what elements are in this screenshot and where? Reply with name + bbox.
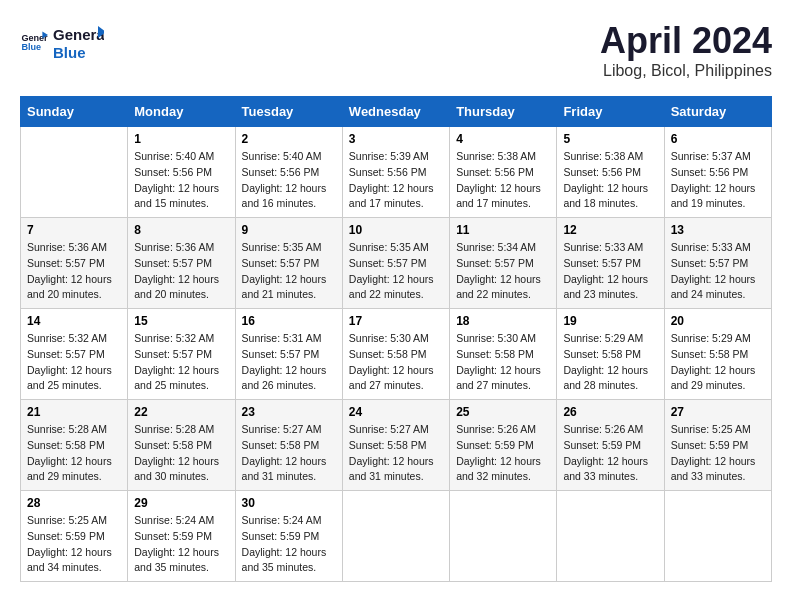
day-info: Sunrise: 5:40 AMSunset: 5:56 PMDaylight:… [134,149,228,212]
day-info: Sunrise: 5:38 AMSunset: 5:56 PMDaylight:… [563,149,657,212]
day-info: Sunrise: 5:32 AMSunset: 5:57 PMDaylight:… [27,331,121,394]
day-number: 6 [671,132,765,146]
day-header-monday: Monday [128,97,235,127]
day-cell [21,127,128,218]
day-info: Sunrise: 5:29 AMSunset: 5:58 PMDaylight:… [563,331,657,394]
day-cell: 26Sunrise: 5:26 AMSunset: 5:59 PMDayligh… [557,400,664,491]
day-header-thursday: Thursday [450,97,557,127]
day-header-tuesday: Tuesday [235,97,342,127]
day-number: 5 [563,132,657,146]
day-info: Sunrise: 5:36 AMSunset: 5:57 PMDaylight:… [134,240,228,303]
calendar-header-row: SundayMondayTuesdayWednesdayThursdayFrid… [21,97,772,127]
day-cell: 19Sunrise: 5:29 AMSunset: 5:58 PMDayligh… [557,309,664,400]
day-cell: 4Sunrise: 5:38 AMSunset: 5:56 PMDaylight… [450,127,557,218]
day-cell: 6Sunrise: 5:37 AMSunset: 5:56 PMDaylight… [664,127,771,218]
day-cell [664,491,771,582]
day-cell: 15Sunrise: 5:32 AMSunset: 5:57 PMDayligh… [128,309,235,400]
day-info: Sunrise: 5:35 AMSunset: 5:57 PMDaylight:… [242,240,336,303]
day-info: Sunrise: 5:28 AMSunset: 5:58 PMDaylight:… [27,422,121,485]
day-cell: 28Sunrise: 5:25 AMSunset: 5:59 PMDayligh… [21,491,128,582]
day-cell: 13Sunrise: 5:33 AMSunset: 5:57 PMDayligh… [664,218,771,309]
week-row-3: 14Sunrise: 5:32 AMSunset: 5:57 PMDayligh… [21,309,772,400]
day-info: Sunrise: 5:39 AMSunset: 5:56 PMDaylight:… [349,149,443,212]
day-info: Sunrise: 5:24 AMSunset: 5:59 PMDaylight:… [242,513,336,576]
day-info: Sunrise: 5:34 AMSunset: 5:57 PMDaylight:… [456,240,550,303]
day-cell: 27Sunrise: 5:25 AMSunset: 5:59 PMDayligh… [664,400,771,491]
day-cell: 9Sunrise: 5:35 AMSunset: 5:57 PMDaylight… [235,218,342,309]
day-cell: 25Sunrise: 5:26 AMSunset: 5:59 PMDayligh… [450,400,557,491]
day-info: Sunrise: 5:27 AMSunset: 5:58 PMDaylight:… [242,422,336,485]
day-number: 27 [671,405,765,419]
day-cell: 3Sunrise: 5:39 AMSunset: 5:56 PMDaylight… [342,127,449,218]
day-cell: 20Sunrise: 5:29 AMSunset: 5:58 PMDayligh… [664,309,771,400]
calendar-table: SundayMondayTuesdayWednesdayThursdayFrid… [20,96,772,582]
day-cell: 18Sunrise: 5:30 AMSunset: 5:58 PMDayligh… [450,309,557,400]
svg-text:Blue: Blue [53,44,86,61]
day-info: Sunrise: 5:31 AMSunset: 5:57 PMDaylight:… [242,331,336,394]
day-number: 23 [242,405,336,419]
day-info: Sunrise: 5:40 AMSunset: 5:56 PMDaylight:… [242,149,336,212]
logo: General Blue General Blue [20,20,104,64]
day-cell: 24Sunrise: 5:27 AMSunset: 5:58 PMDayligh… [342,400,449,491]
day-number: 16 [242,314,336,328]
day-info: Sunrise: 5:30 AMSunset: 5:58 PMDaylight:… [349,331,443,394]
day-cell: 14Sunrise: 5:32 AMSunset: 5:57 PMDayligh… [21,309,128,400]
day-number: 19 [563,314,657,328]
day-cell: 22Sunrise: 5:28 AMSunset: 5:58 PMDayligh… [128,400,235,491]
header: General Blue General Blue April 2024 Lib… [20,20,772,80]
day-info: Sunrise: 5:36 AMSunset: 5:57 PMDaylight:… [27,240,121,303]
day-header-friday: Friday [557,97,664,127]
day-number: 3 [349,132,443,146]
month-title: April 2024 [600,20,772,62]
day-info: Sunrise: 5:37 AMSunset: 5:56 PMDaylight:… [671,149,765,212]
day-number: 13 [671,223,765,237]
day-info: Sunrise: 5:27 AMSunset: 5:58 PMDaylight:… [349,422,443,485]
day-cell: 2Sunrise: 5:40 AMSunset: 5:56 PMDaylight… [235,127,342,218]
day-info: Sunrise: 5:35 AMSunset: 5:57 PMDaylight:… [349,240,443,303]
calendar-body: 1Sunrise: 5:40 AMSunset: 5:56 PMDaylight… [21,127,772,582]
day-number: 25 [456,405,550,419]
day-number: 28 [27,496,121,510]
logo-icon: General Blue [20,28,48,56]
svg-text:General: General [53,26,104,43]
day-number: 12 [563,223,657,237]
day-cell [450,491,557,582]
day-number: 14 [27,314,121,328]
week-row-4: 21Sunrise: 5:28 AMSunset: 5:58 PMDayligh… [21,400,772,491]
day-cell: 23Sunrise: 5:27 AMSunset: 5:58 PMDayligh… [235,400,342,491]
day-cell: 7Sunrise: 5:36 AMSunset: 5:57 PMDaylight… [21,218,128,309]
week-row-2: 7Sunrise: 5:36 AMSunset: 5:57 PMDaylight… [21,218,772,309]
day-cell: 8Sunrise: 5:36 AMSunset: 5:57 PMDaylight… [128,218,235,309]
day-number: 4 [456,132,550,146]
day-number: 30 [242,496,336,510]
day-cell: 29Sunrise: 5:24 AMSunset: 5:59 PMDayligh… [128,491,235,582]
day-number: 8 [134,223,228,237]
day-info: Sunrise: 5:29 AMSunset: 5:58 PMDaylight:… [671,331,765,394]
day-number: 26 [563,405,657,419]
day-info: Sunrise: 5:32 AMSunset: 5:57 PMDaylight:… [134,331,228,394]
day-info: Sunrise: 5:38 AMSunset: 5:56 PMDaylight:… [456,149,550,212]
location-title: Libog, Bicol, Philippines [600,62,772,80]
day-info: Sunrise: 5:33 AMSunset: 5:57 PMDaylight:… [563,240,657,303]
day-info: Sunrise: 5:25 AMSunset: 5:59 PMDaylight:… [27,513,121,576]
day-number: 17 [349,314,443,328]
logo-svg: General Blue [52,20,104,64]
day-cell: 1Sunrise: 5:40 AMSunset: 5:56 PMDaylight… [128,127,235,218]
day-number: 10 [349,223,443,237]
day-number: 20 [671,314,765,328]
day-number: 29 [134,496,228,510]
day-cell: 16Sunrise: 5:31 AMSunset: 5:57 PMDayligh… [235,309,342,400]
day-number: 11 [456,223,550,237]
day-cell: 30Sunrise: 5:24 AMSunset: 5:59 PMDayligh… [235,491,342,582]
day-number: 2 [242,132,336,146]
day-info: Sunrise: 5:33 AMSunset: 5:57 PMDaylight:… [671,240,765,303]
day-info: Sunrise: 5:28 AMSunset: 5:58 PMDaylight:… [134,422,228,485]
day-info: Sunrise: 5:26 AMSunset: 5:59 PMDaylight:… [456,422,550,485]
day-cell: 5Sunrise: 5:38 AMSunset: 5:56 PMDaylight… [557,127,664,218]
day-number: 15 [134,314,228,328]
week-row-5: 28Sunrise: 5:25 AMSunset: 5:59 PMDayligh… [21,491,772,582]
day-info: Sunrise: 5:30 AMSunset: 5:58 PMDaylight:… [456,331,550,394]
day-number: 18 [456,314,550,328]
day-header-saturday: Saturday [664,97,771,127]
day-info: Sunrise: 5:24 AMSunset: 5:59 PMDaylight:… [134,513,228,576]
